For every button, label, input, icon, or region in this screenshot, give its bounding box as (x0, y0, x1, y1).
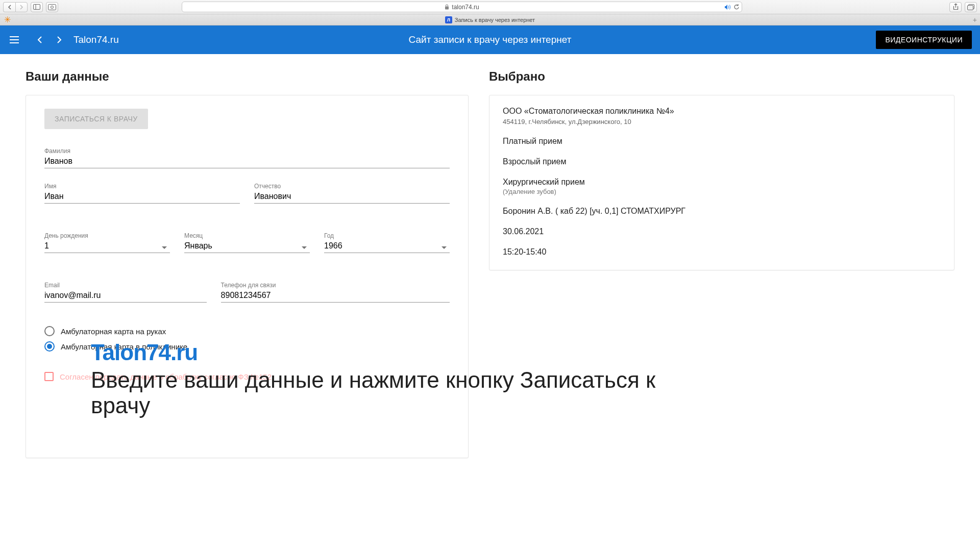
url-bar[interactable]: talon74.ru (182, 2, 742, 12)
submit-button[interactable]: ЗАПИСАТЬСЯ К ВРАЧУ (44, 109, 148, 129)
bmonth-label: Месяц (184, 232, 310, 239)
surname-input[interactable] (44, 156, 450, 168)
active-tab[interactable]: л Запись к врачу через интернет (445, 16, 535, 23)
lock-icon (445, 4, 449, 10)
service-sub: (Удаление зубов) (503, 188, 941, 195)
clinic-name: ООО «Стоматологическая поликлиника №4» (503, 107, 941, 116)
svg-rect-2 (48, 4, 56, 10)
menu-button[interactable] (8, 34, 20, 46)
bmonth-select[interactable] (184, 240, 310, 253)
page-subtitle: Сайт записи к врачу через интернет (409, 34, 572, 45)
browser-toolbar: talon74.ru (0, 0, 980, 14)
main-container: Ваши данные ЗАПИСАТЬСЯ К ВРАЧУ Фамилия И… (0, 54, 980, 458)
email-label: Email (44, 282, 207, 289)
surname-label: Фамилия (44, 147, 450, 155)
consent-label: Согласен передать данные в обработку сог… (60, 372, 272, 381)
nav-back-forward (3, 2, 28, 12)
name-label: Имя (44, 183, 240, 190)
svg-point-3 (51, 6, 54, 8)
pay-type: Платный прием (503, 137, 941, 146)
breadcrumb-forward[interactable] (53, 34, 65, 46)
app-header: Talon74.ru Сайт записи к врачу через инт… (0, 26, 980, 54)
doctor-name: Боронин А.В. ( каб 22) [уч. 0,1] СТОМАТХ… (503, 207, 941, 216)
url-text: talon74.ru (452, 4, 479, 11)
sidebar-toggle[interactable] (31, 2, 43, 12)
new-tab-button[interactable]: + (973, 16, 977, 24)
byear-label: Год (324, 232, 450, 239)
patronymic-label: Отчество (254, 183, 450, 190)
breadcrumb-back[interactable] (34, 34, 46, 46)
tabs-button[interactable] (965, 2, 977, 12)
age-type: Взрослый прием (503, 157, 941, 166)
reload-icon[interactable] (733, 4, 740, 10)
appointment-time: 15:20-15:40 (503, 247, 941, 257)
form-section-title: Ваши данные (26, 69, 469, 84)
checkbox-icon (44, 372, 54, 381)
phone-input[interactable] (221, 290, 450, 303)
bday-select[interactable] (44, 240, 170, 253)
appointment-date: 30.06.2021 (503, 227, 941, 236)
svg-rect-6 (968, 5, 973, 10)
back-button[interactable] (3, 2, 15, 12)
browser-tabbar: ✳ л Запись к врачу через интернет + (0, 14, 980, 26)
selection-card: ООО «Стоматологическая поликлиника №4» 4… (489, 95, 954, 270)
radio-label: Амбулаторная карта в поликлинике (61, 342, 187, 351)
audio-icon[interactable] (724, 4, 731, 10)
radio-card-on-hand[interactable]: Амбулаторная карта на руках (44, 326, 450, 336)
selection-section-title: Выбрано (489, 69, 954, 84)
radio-icon (44, 341, 55, 352)
byear-select[interactable] (324, 240, 450, 253)
consent-checkbox-row[interactable]: Согласен передать данные в обработку сог… (44, 372, 450, 381)
forward-button[interactable] (15, 2, 28, 12)
video-instructions-button[interactable]: ВИДЕОИНСТРУКЦИИ (876, 31, 972, 49)
svg-rect-4 (445, 7, 449, 10)
service-name: Хирургический прием (503, 178, 941, 187)
patronymic-input[interactable] (254, 191, 450, 204)
share-button[interactable] (949, 2, 962, 12)
brand-title[interactable]: Talon74.ru (74, 34, 119, 45)
bookmark-icon[interactable]: ✳ (4, 15, 11, 24)
tab-title: Запись к врачу через интернет (455, 17, 535, 23)
radio-card-in-clinic[interactable]: Амбулаторная карта в поликлинике (44, 341, 450, 352)
clinic-address: 454119, г.Челябинск, ул.Дзержинского, 10 (503, 118, 941, 126)
name-input[interactable] (44, 191, 240, 204)
radio-label: Амбулаторная карта на руках (61, 327, 166, 336)
radio-icon (44, 326, 55, 336)
reader-button[interactable] (46, 2, 58, 12)
form-card: ЗАПИСАТЬСЯ К ВРАЧУ Фамилия Имя Отчество (26, 95, 469, 458)
email-input[interactable] (44, 290, 207, 303)
bday-label: День рождения (44, 232, 170, 239)
favicon-icon: л (445, 16, 452, 23)
svg-rect-0 (34, 5, 40, 10)
phone-label: Телефон для связи (221, 282, 450, 289)
